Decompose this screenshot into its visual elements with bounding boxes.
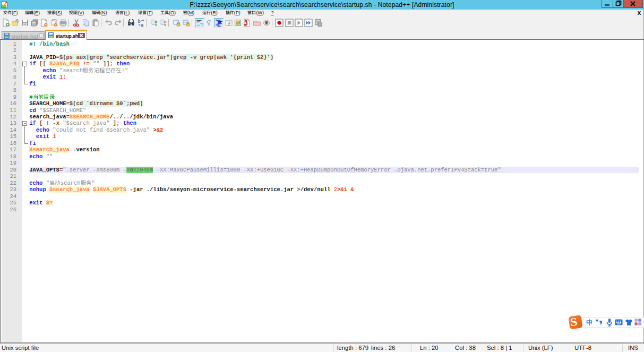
svg-text:a: a bbox=[141, 22, 143, 28]
svg-text:b: b bbox=[138, 19, 140, 24]
svg-text:M: M bbox=[319, 23, 321, 26]
